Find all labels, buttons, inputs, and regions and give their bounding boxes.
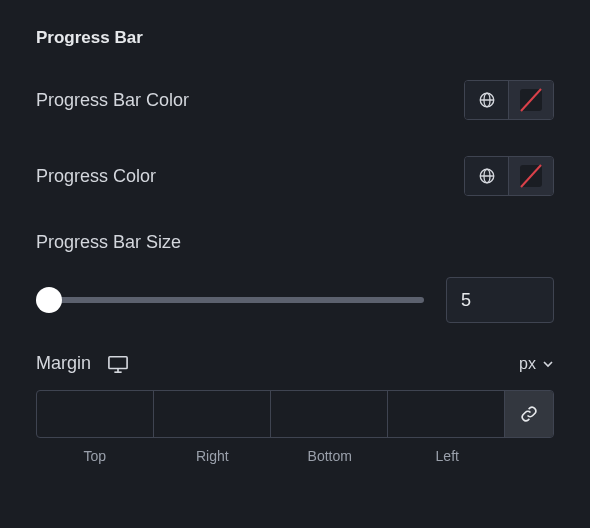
progress-bar-color-label: Progress Bar Color: [36, 90, 189, 111]
color-swatch-empty: [520, 165, 542, 187]
margin-unit-select[interactable]: px: [519, 355, 554, 373]
progress-color-global-button[interactable]: [465, 157, 509, 195]
margin-link-button[interactable]: [505, 391, 553, 437]
margin-bottom-input[interactable]: [271, 391, 387, 437]
slider-thumb[interactable]: [36, 287, 62, 313]
slider-track: [36, 297, 424, 303]
progress-bar-color-control: [464, 80, 554, 120]
progress-bar-size-input[interactable]: [446, 277, 554, 323]
margin-left-label: Left: [389, 448, 507, 464]
margin-side-labels: Top Right Bottom Left: [36, 448, 554, 464]
progress-bar-size-label: Progress Bar Size: [36, 232, 554, 253]
row-progress-color: Progress Color: [36, 156, 554, 196]
progress-bar-color-swatch[interactable]: [509, 81, 553, 119]
row-margin: Margin px T: [36, 353, 554, 464]
progress-color-control: [464, 156, 554, 196]
margin-top-label: Top: [36, 448, 154, 464]
progress-color-label: Progress Color: [36, 166, 156, 187]
progress-color-swatch[interactable]: [509, 157, 553, 195]
margin-inputs: [36, 390, 554, 438]
margin-label: Margin: [36, 353, 91, 374]
margin-right-input[interactable]: [154, 391, 270, 437]
desktop-icon: [107, 354, 129, 374]
svg-rect-8: [109, 356, 127, 368]
row-progress-bar-size: Progress Bar Size: [36, 232, 554, 323]
progress-bar-size-slider[interactable]: [36, 286, 424, 314]
row-progress-bar-color: Progress Bar Color: [36, 80, 554, 120]
responsive-device-button[interactable]: [107, 354, 129, 374]
color-swatch-empty: [520, 89, 542, 111]
link-icon: [520, 405, 538, 423]
margin-bottom-label: Bottom: [271, 448, 389, 464]
progress-bar-color-global-button[interactable]: [465, 81, 509, 119]
margin-right-label: Right: [154, 448, 272, 464]
margin-left-input[interactable]: [388, 391, 504, 437]
chevron-down-icon: [542, 358, 554, 370]
section-title: Progress Bar: [36, 28, 554, 48]
globe-icon: [478, 91, 496, 109]
margin-top-input[interactable]: [37, 391, 153, 437]
margin-unit-value: px: [519, 355, 536, 373]
globe-icon: [478, 167, 496, 185]
